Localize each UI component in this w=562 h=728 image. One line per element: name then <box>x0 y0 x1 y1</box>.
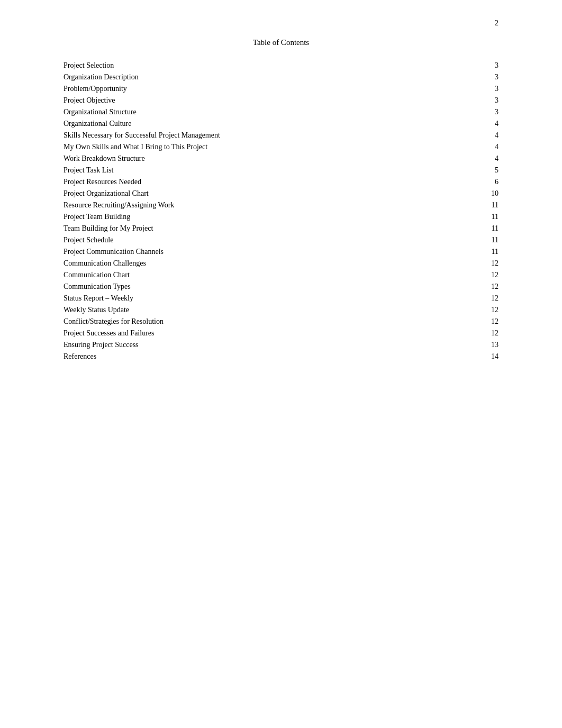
toc-page-communication-challenges: 12 <box>477 258 498 269</box>
toc-entry-organization-description: Organization Description3 <box>64 71 498 83</box>
toc-entry-problem-opportunity: Problem/Opportunity3 <box>64 83 498 95</box>
toc-label-work-breakdown: Work Breakdown Structure <box>64 153 477 165</box>
toc-entry-communication-chart: Communication Chart12 <box>64 269 498 281</box>
toc-entry-weekly-status-update: Weekly Status Update12 <box>64 304 498 316</box>
toc-entry-communication-challenges: Communication Challenges12 <box>64 258 498 269</box>
toc-label-project-objective: Project Objective <box>64 95 477 106</box>
toc-label-project-org-chart: Project Organizational Chart <box>64 188 477 199</box>
toc-page-organizational-structure: 3 <box>477 106 498 118</box>
toc-entry-work-breakdown: Work Breakdown Structure4 <box>64 153 498 165</box>
toc-label-problem-opportunity: Problem/Opportunity <box>64 83 477 95</box>
toc-label-project-communication-channels: Project Communication Channels <box>64 246 477 258</box>
toc-label-organization-description: Organization Description <box>64 71 477 83</box>
toc-page-weekly-status-update: 12 <box>477 304 498 316</box>
toc-entry-organizational-culture: Organizational Culture4 <box>64 118 498 130</box>
toc-label-project-team-building: Project Team Building <box>64 211 477 223</box>
toc-entry-references: References14 <box>64 351 498 362</box>
toc-entry-project-communication-channels: Project Communication Channels11 <box>64 246 498 258</box>
toc-page-work-breakdown: 4 <box>477 153 498 165</box>
toc-label-project-successes-failures: Project Successes and Failures <box>64 327 477 339</box>
toc-page-project-resources: 6 <box>477 176 498 188</box>
toc-entry-project-selection: Project Selection3 <box>64 60 498 71</box>
toc-label-skills-necessary: Skills Necessary for Successful Project … <box>64 130 477 141</box>
toc-page-organizational-culture: 4 <box>477 118 498 130</box>
toc-entry-project-org-chart: Project Organizational Chart10 <box>64 188 498 199</box>
toc-entry-conflict-strategies: Conflict/Strategies for Resolution12 <box>64 316 498 327</box>
toc-entry-status-report-weekly: Status Report – Weekly12 <box>64 293 498 304</box>
toc-page-references: 14 <box>477 351 498 362</box>
toc-entry-communication-types: Communication Types12 <box>64 281 498 293</box>
page-number: 2 <box>495 19 498 28</box>
toc-entry-my-own-skills: My Own Skills and What I Bring to This P… <box>64 141 498 153</box>
toc-label-project-selection: Project Selection <box>64 60 477 71</box>
toc-page-project-successes-failures: 12 <box>477 327 498 339</box>
toc-label-project-resources: Project Resources Needed <box>64 176 477 188</box>
toc-page-skills-necessary: 4 <box>477 130 498 141</box>
toc-page-resource-recruiting: 11 <box>477 199 498 211</box>
toc-label-project-task-list: Project Task List <box>64 165 477 176</box>
toc-page-my-own-skills: 4 <box>477 141 498 153</box>
toc-entry-project-resources: Project Resources Needed6 <box>64 176 498 188</box>
toc-entry-project-schedule: Project Schedule11 <box>64 234 498 246</box>
toc-page-organization-description: 3 <box>477 71 498 83</box>
toc-page-communication-types: 12 <box>477 281 498 293</box>
toc-label-status-report-weekly: Status Report – Weekly <box>64 293 477 304</box>
toc-title: Table of Contents <box>64 38 498 47</box>
toc-entry-project-successes-failures: Project Successes and Failures12 <box>64 327 498 339</box>
toc-page-project-task-list: 5 <box>477 165 498 176</box>
toc-page-project-communication-channels: 11 <box>477 246 498 258</box>
toc-entry-organizational-structure: Organizational Structure3 <box>64 106 498 118</box>
toc-page-project-org-chart: 10 <box>477 188 498 199</box>
toc-label-team-building-my-project: Team Building for My Project <box>64 223 477 234</box>
toc-page-project-objective: 3 <box>477 95 498 106</box>
toc-label-organizational-structure: Organizational Structure <box>64 106 477 118</box>
toc-label-ensuring-project-success: Ensuring Project Success <box>64 339 477 351</box>
toc-entry-project-team-building: Project Team Building11 <box>64 211 498 223</box>
toc-label-communication-chart: Communication Chart <box>64 269 477 281</box>
toc-page-ensuring-project-success: 13 <box>477 339 498 351</box>
toc-label-conflict-strategies: Conflict/Strategies for Resolution <box>64 316 477 327</box>
toc-page-project-schedule: 11 <box>477 234 498 246</box>
toc-entry-project-task-list: Project Task List5 <box>64 165 498 176</box>
toc-entry-ensuring-project-success: Ensuring Project Success13 <box>64 339 498 351</box>
toc-page-project-team-building: 11 <box>477 211 498 223</box>
toc-entry-skills-necessary: Skills Necessary for Successful Project … <box>64 130 498 141</box>
toc-page-problem-opportunity: 3 <box>477 83 498 95</box>
toc-label-project-schedule: Project Schedule <box>64 234 477 246</box>
toc-table: Project Selection3Organization Descripti… <box>64 60 498 362</box>
toc-label-references: References <box>64 351 477 362</box>
toc-label-weekly-status-update: Weekly Status Update <box>64 304 477 316</box>
toc-page-communication-chart: 12 <box>477 269 498 281</box>
toc-page-status-report-weekly: 12 <box>477 293 498 304</box>
toc-entry-project-objective: Project Objective3 <box>64 95 498 106</box>
toc-entry-resource-recruiting: Resource Recruiting/Assigning Work11 <box>64 199 498 211</box>
toc-label-my-own-skills: My Own Skills and What I Bring to This P… <box>64 141 477 153</box>
toc-label-communication-challenges: Communication Challenges <box>64 258 477 269</box>
page: 2 Table of Contents Project Selection3Or… <box>0 0 562 728</box>
toc-label-organizational-culture: Organizational Culture <box>64 118 477 130</box>
toc-page-conflict-strategies: 12 <box>477 316 498 327</box>
toc-entry-team-building-my-project: Team Building for My Project11 <box>64 223 498 234</box>
toc-label-resource-recruiting: Resource Recruiting/Assigning Work <box>64 199 477 211</box>
toc-label-communication-types: Communication Types <box>64 281 477 293</box>
toc-page-team-building-my-project: 11 <box>477 223 498 234</box>
toc-page-project-selection: 3 <box>477 60 498 71</box>
